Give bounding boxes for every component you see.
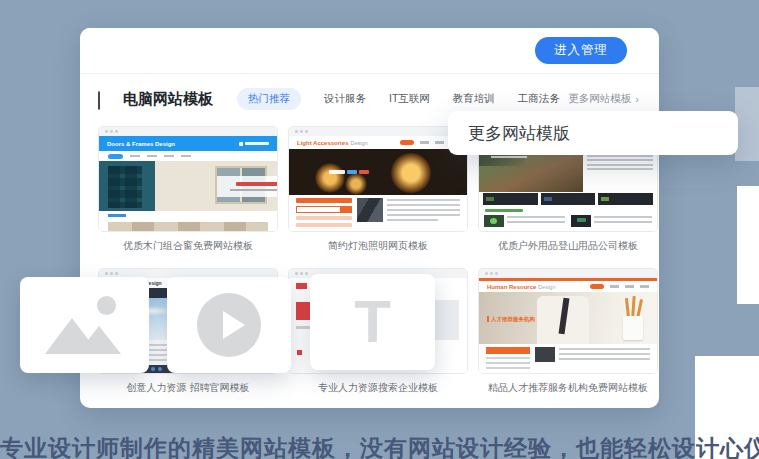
template-card-doors[interactable]: Doors & Frames Design 优质木门组合窗免费网站模板 xyxy=(98,126,278,253)
category-tabs: 热门推荐 设计服务 IT互联网 教育培训 工商法务 xyxy=(237,88,560,110)
template-caption[interactable]: 优质户外用品登山用品公司模板 xyxy=(478,239,658,253)
template-caption[interactable]: 专业人力资源搜索企业模板 xyxy=(288,381,468,395)
tab-design-service[interactable]: 设计服务 xyxy=(324,92,366,106)
panel-header: 电脑网站模板 热门推荐 设计服务 IT互联网 教育培训 工商法务 更多网站模板 … xyxy=(98,87,639,111)
enter-manage-button[interactable]: 进入管理 xyxy=(535,37,627,64)
browser-chrome-bar xyxy=(99,127,277,136)
more-templates-link[interactable]: 更多网站模板 › xyxy=(568,92,639,106)
mock-site-logo xyxy=(296,283,307,289)
panel-topbar: 进入管理 xyxy=(80,28,659,74)
more-templates-label: 更多网站模板 xyxy=(568,92,631,106)
mock-site-header: Light Accessories Design xyxy=(289,136,467,149)
play-icon xyxy=(197,293,261,357)
image-placeholder-icon xyxy=(45,296,125,354)
popup-label: 更多网站模版 xyxy=(468,122,570,145)
monitor-icon xyxy=(98,92,115,107)
mock-hero-image xyxy=(99,161,277,211)
text-placeholder-icon: T xyxy=(354,292,391,352)
video-placeholder-card[interactable] xyxy=(167,277,291,373)
browser-chrome-bar xyxy=(479,269,657,278)
phone-icon xyxy=(239,142,269,146)
tab-hot-recommend[interactable]: 热门推荐 xyxy=(237,88,301,110)
mock-site-logo: Light Accessories xyxy=(297,140,348,146)
template-card-human-resource[interactable]: Human Resource Design 人才推荐服务机构 xyxy=(478,268,658,395)
template-thumbnail[interactable]: Doors & Frames Design xyxy=(98,126,278,232)
mock-site-logo: Doors & Frames Design xyxy=(107,141,175,147)
mock-hero-image: 人才推荐服务机构 xyxy=(479,292,657,344)
edge-panel-top xyxy=(735,87,759,161)
page-title: 电脑网站模板 xyxy=(123,90,213,109)
mock-site-header: Human Resource Design xyxy=(479,281,657,292)
template-caption[interactable]: 精品人才推荐服务机构免费网站模板 xyxy=(478,381,658,395)
edge-panel-middle xyxy=(737,186,759,304)
template-caption[interactable]: 简约灯泡照明网页模板 xyxy=(288,239,468,253)
mock-site-logo: Human Resource xyxy=(487,284,536,290)
text-placeholder-card[interactable]: T xyxy=(310,274,435,370)
template-thumbnail[interactable]: Human Resource Design 人才推荐服务机构 xyxy=(478,268,658,374)
mock-site-nav xyxy=(99,151,277,161)
tab-legal[interactable]: 工商法务 xyxy=(518,92,560,106)
template-card-lighting[interactable]: Light Accessories Design 简约灯泡照明网页模板 xyxy=(288,126,468,253)
template-thumbnail[interactable]: Light Accessories Design xyxy=(288,126,468,232)
mock-site-header: Doors & Frames Design xyxy=(99,136,277,151)
template-caption[interactable]: 优质木门组合窗免费网站模板 xyxy=(98,239,278,253)
tab-it-internet[interactable]: IT互联网 xyxy=(389,92,430,106)
tab-education[interactable]: 教育培训 xyxy=(453,92,495,106)
image-placeholder-card[interactable] xyxy=(20,277,149,373)
marketing-tagline: 专业设计师制作的精美网站模板，没有网站设计经验，也能轻松设计心仪网站 xyxy=(0,433,759,459)
template-caption[interactable]: 创意人力资源 招聘官网模板 xyxy=(98,381,278,395)
mock-hero-text: 人才推荐服务机构 xyxy=(487,316,535,322)
chevron-right-icon: › xyxy=(635,93,639,105)
mock-hero-image xyxy=(289,149,467,195)
more-templates-popup[interactable]: 更多网站模版 xyxy=(448,111,738,155)
mock-site-nav xyxy=(590,284,649,289)
browser-chrome-bar xyxy=(289,127,467,136)
